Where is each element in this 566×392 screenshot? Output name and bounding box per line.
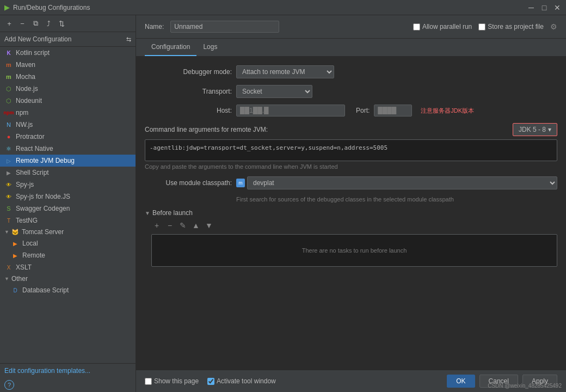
sidebar-label: Maven xyxy=(16,61,35,69)
allow-parallel-checkbox[interactable] xyxy=(413,23,420,30)
sidebar-item-tomcat-remote[interactable]: ▶ Remote xyxy=(0,249,136,261)
store-as-project-label[interactable]: Store as project file xyxy=(478,23,544,30)
activate-window-label[interactable]: Activate tool window xyxy=(207,377,276,385)
copy-config-button[interactable]: ⧉ xyxy=(29,17,41,29)
ok-button[interactable]: OK xyxy=(447,375,475,388)
debugger-mode-row: Debugger mode: Attach to remote JVM List… xyxy=(145,65,557,78)
remote-jvm-debug-icon: ▷ xyxy=(4,156,13,165)
before-launch-label: Before launch xyxy=(152,209,193,217)
sidebar-item-react-native[interactable]: ⚛ React Native xyxy=(0,143,136,155)
sidebar-label: Local xyxy=(22,240,38,247)
sidebar-label: Spy-js xyxy=(16,181,34,188)
remove-config-button[interactable]: − xyxy=(16,17,28,29)
sidebar-label: npm xyxy=(16,109,28,117)
sidebar-label: Shell Script xyxy=(16,169,49,176)
sidebar-label: XSLT xyxy=(16,264,32,271)
sidebar-label: Database Script xyxy=(22,286,69,294)
allow-parallel-label[interactable]: Allow parallel run xyxy=(413,23,472,30)
edit-templates-link[interactable]: Edit configuration templates... xyxy=(4,367,90,375)
group-tomcat-server[interactable]: ▼ 🐱 Tomcat Server xyxy=(0,226,136,237)
sidebar-item-npm[interactable]: npm npm xyxy=(0,107,136,119)
swagger-icon: S xyxy=(4,204,13,213)
sidebar-item-protractor[interactable]: ● Protractor xyxy=(0,131,136,143)
before-launch-edit-button[interactable]: ✎ xyxy=(177,220,188,231)
debugger-mode-label: Debugger mode: xyxy=(145,68,232,76)
host-label: Host: xyxy=(145,107,232,114)
dialog-body: + − ⧉ ⤴ ⇅ Add New Configuration ⇆ K Kotl… xyxy=(0,15,566,392)
cmd-hint: Copy and paste the arguments to the comm… xyxy=(145,163,557,170)
sidebar-item-remote-jvm-debug[interactable]: ▷ Remote JVM Debug xyxy=(0,155,136,167)
sidebar-item-shell-script[interactable]: ▶ Shell Script xyxy=(0,167,136,179)
before-launch-add-button[interactable]: + xyxy=(151,220,162,231)
sidebar-expand-icon[interactable]: ⇆ xyxy=(126,36,131,43)
sidebar-item-nwjs[interactable]: N NW.js xyxy=(0,119,136,131)
shell-script-icon: ▶ xyxy=(4,168,13,177)
npm-icon: npm xyxy=(4,108,13,117)
maximize-button[interactable]: □ xyxy=(540,3,549,12)
sidebar-item-nodeunit[interactable]: ⬡ Nodeunit xyxy=(0,95,136,107)
jdk-version-button[interactable]: JDK 5 - 8 ▾ xyxy=(513,123,557,136)
tomcat-local-icon: ▶ xyxy=(11,239,20,248)
before-launch-toggle-icon[interactable]: ▼ xyxy=(145,210,150,216)
tab-logs[interactable]: Logs xyxy=(196,39,224,56)
show-page-label[interactable]: Show this page xyxy=(145,377,199,385)
title-bar: ▶ Run/Debug Configurations ─ □ ✕ xyxy=(0,0,566,15)
sidebar-label: Remote xyxy=(22,252,45,259)
add-new-config-label: Add New Configuration xyxy=(4,35,71,43)
module-classpath-label: Use module classpath: xyxy=(145,179,232,187)
other-label: Other xyxy=(11,275,28,283)
sidebar-item-maven[interactable]: m Maven xyxy=(0,59,136,71)
cmd-args-label: Command line arguments for remote JVM: xyxy=(145,126,268,133)
store-as-project-checkbox[interactable] xyxy=(478,23,485,30)
before-launch-move-down-button[interactable]: ▼ xyxy=(204,220,214,231)
header-right-controls: Allow parallel run Store as project file… xyxy=(413,22,557,31)
host-input[interactable] xyxy=(236,105,345,117)
sidebar-toolbar: + − ⧉ ⤴ ⇅ xyxy=(0,15,136,32)
sidebar-item-mocha[interactable]: m Mocha xyxy=(0,71,136,83)
tab-configuration[interactable]: Configuration xyxy=(145,39,196,56)
database-script-icon: D xyxy=(11,286,20,295)
before-launch-empty: There are no tasks to run before launch xyxy=(151,234,557,267)
right-panel: Name: Allow parallel run Store as projec… xyxy=(136,15,566,392)
nwjs-icon: N xyxy=(4,120,13,129)
tomcat-chevron-icon: ▼ xyxy=(4,229,9,235)
sidebar-item-xslt[interactable]: X XSLT xyxy=(0,261,136,273)
xslt-icon: X xyxy=(4,263,13,272)
jdk-btn-label: JDK 5 - 8 xyxy=(519,126,546,133)
before-launch-toolbar: + − ✎ ▲ ▼ xyxy=(145,220,557,231)
activate-window-checkbox[interactable] xyxy=(207,378,214,385)
sidebar-item-kotlin-script[interactable]: K Kotlin script xyxy=(0,47,136,59)
sidebar: + − ⧉ ⤴ ⇅ Add New Configuration ⇆ K Kotl… xyxy=(0,15,136,392)
run-debug-icon: ▶ xyxy=(4,3,10,11)
spy-js-node-icon: 👁 xyxy=(4,192,13,201)
name-input[interactable] xyxy=(170,21,279,33)
port-input[interactable] xyxy=(374,105,412,117)
show-page-checkbox[interactable] xyxy=(145,378,152,385)
sidebar-label: TestNG xyxy=(16,217,38,224)
add-config-button[interactable]: + xyxy=(3,17,15,29)
transport-select[interactable]: Socket Shared memory xyxy=(236,85,312,98)
close-button[interactable]: ✕ xyxy=(553,3,562,12)
group-other[interactable]: ▼ Other xyxy=(0,273,136,284)
help-icon[interactable]: ? xyxy=(4,380,14,390)
before-launch-move-up-button[interactable]: ▲ xyxy=(190,220,201,231)
sidebar-item-spy-js-node[interactable]: 👁 Spy-js for Node.JS xyxy=(0,191,136,203)
store-gear-button[interactable]: ⚙ xyxy=(550,22,557,31)
tomcat-server-label: Tomcat Server xyxy=(22,228,64,236)
minimize-button[interactable]: ─ xyxy=(527,3,536,12)
config-content: Debugger mode: Attach to remote JVM List… xyxy=(136,57,566,370)
sidebar-item-tomcat-local[interactable]: ▶ Local xyxy=(0,237,136,249)
sidebar-item-nodejs[interactable]: ⬡ Node.js xyxy=(0,83,136,95)
sort-config-button[interactable]: ⇅ xyxy=(56,17,67,29)
name-label: Name: xyxy=(145,23,164,30)
module-select[interactable]: devplat xyxy=(247,176,557,189)
sidebar-item-swagger[interactable]: S Swagger Codegen xyxy=(0,203,136,215)
transport-label: Transport: xyxy=(145,88,232,95)
sidebar-item-database-script[interactable]: D Database Script xyxy=(0,284,136,296)
sidebar-label: Remote JVM Debug xyxy=(16,157,75,164)
sidebar-item-spy-js[interactable]: 👁 Spy-js xyxy=(0,179,136,191)
sidebar-item-testng[interactable]: T TestNG xyxy=(0,215,136,226)
before-launch-remove-button[interactable]: − xyxy=(164,220,175,231)
move-config-button[interactable]: ⤴ xyxy=(42,17,54,29)
debugger-mode-select[interactable]: Attach to remote JVM Listen to remote JV… xyxy=(236,65,334,78)
